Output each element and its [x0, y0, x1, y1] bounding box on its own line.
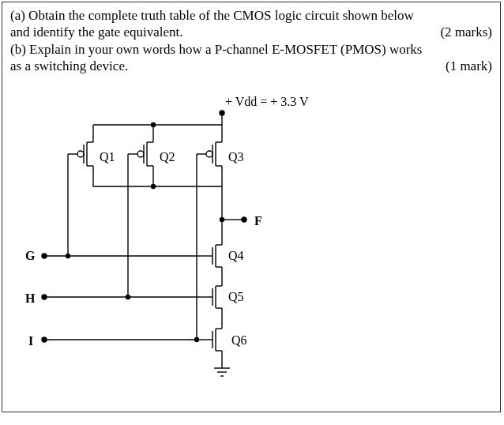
svg-point-67 — [195, 338, 199, 342]
svg-point-31 — [152, 185, 156, 189]
page-frame: (a) Obtain the complete truth table of t… — [2, 2, 501, 412]
part-b-marks: (1 mark) — [439, 58, 492, 74]
part-b-line2-row: as a switching device. (1 mark) — [10, 58, 492, 74]
part-a-marks: (2 marks) — [434, 24, 492, 40]
part-a-line2: and identify the gate equivalent. — [10, 24, 183, 40]
svg-point-59 — [66, 254, 70, 258]
svg-point-63 — [126, 295, 130, 299]
part-a-line1: (a) Obtain the complete truth table of t… — [10, 7, 414, 24]
part-a-line1-row: (a) Obtain the complete truth table of t… — [10, 7, 492, 24]
svg-point-17 — [137, 151, 144, 157]
svg-point-25 — [206, 151, 213, 157]
part-a-line2-row: and identify the gate equivalent. (2 mar… — [10, 24, 492, 40]
circuit-diagram: + Vdd = + 3.3 V F G H I Q1 Q2 Q3 Q4 Q5 Q… — [2, 77, 500, 401]
part-b-line1: (b) Explain in your own words how a P-ch… — [10, 41, 422, 58]
svg-point-9 — [77, 151, 84, 157]
question-text: (a) Obtain the complete truth table of t… — [2, 2, 500, 77]
svg-point-33 — [242, 217, 246, 222]
part-b-line2: as a switching device. — [10, 58, 128, 74]
part-b-line1-row: (b) Explain in your own words how a P-ch… — [10, 41, 492, 58]
circuit-svg — [2, 77, 500, 401]
